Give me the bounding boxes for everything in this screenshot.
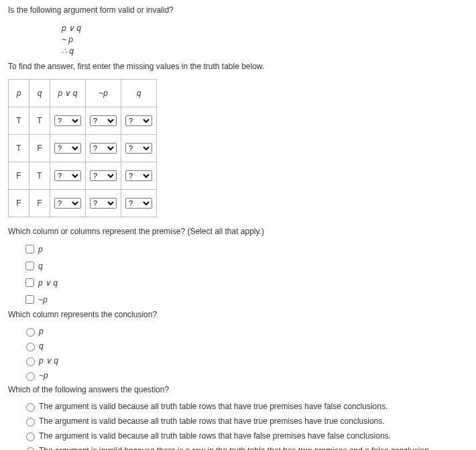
- final-label-c: The argument is valid because all truth …: [39, 431, 391, 441]
- select-pvq-2[interactable]: ?: [54, 170, 81, 181]
- question-intro: Is the following argument form valid or …: [8, 5, 468, 15]
- argument-form: p ∨ q ~ p ∴ q: [62, 23, 468, 56]
- cell-p: F: [9, 162, 29, 190]
- conclusion-label-q: q: [39, 341, 44, 351]
- cell-p: T: [9, 135, 29, 162]
- premise-label-p: p: [38, 245, 43, 254]
- premise-checkbox-np[interactable]: [25, 295, 34, 304]
- select-pvq-0[interactable]: ?: [54, 115, 81, 126]
- final-radio-b[interactable]: [26, 418, 35, 427]
- table-row: F F ? ? ?: [9, 190, 157, 217]
- cell-q: T: [29, 162, 50, 190]
- conclusion-radio-q[interactable]: [26, 343, 35, 351]
- select-qc-1[interactable]: ?: [125, 143, 152, 154]
- table-row: T F ? ? ?: [9, 135, 157, 162]
- conclusion-radio-np[interactable]: [26, 372, 35, 381]
- premise-options: p q p ∨ q ~p: [23, 243, 468, 306]
- header-pvq: p ∨ q: [50, 80, 86, 107]
- header-p: p: [9, 80, 29, 107]
- argument-line-3: ∴ q: [62, 46, 468, 57]
- select-pvq-3[interactable]: ?: [54, 198, 81, 209]
- truth-table: p q p ∨ q ~p q T T ? ? ? T F ? ? ? F T ?…: [8, 79, 157, 217]
- final-label-b: The argument is valid because all truth …: [39, 416, 385, 426]
- conclusion-label-p: p: [39, 327, 44, 336]
- table-row: T T ? ? ?: [9, 107, 157, 135]
- premise-label-pvq: p ∨ q: [38, 278, 58, 288]
- final-radio-c[interactable]: [26, 433, 35, 441]
- cell-p: T: [9, 107, 29, 135]
- select-np-0[interactable]: ?: [90, 115, 117, 126]
- premise-label-q: q: [38, 262, 43, 271]
- instruction-text: To find the answer, first enter the miss…: [8, 62, 468, 71]
- conclusion-question: Which column represents the conclusion?: [8, 310, 468, 319]
- conclusion-options: p q p ∨ q ~p: [23, 326, 468, 381]
- select-qc-0[interactable]: ?: [125, 115, 152, 126]
- cell-q: F: [29, 190, 50, 217]
- select-pvq-1[interactable]: ?: [54, 143, 81, 154]
- final-label-a: The argument is valid because all truth …: [39, 402, 388, 411]
- argument-line-1: p ∨ q: [62, 23, 468, 34]
- conclusion-label-np: ~p: [39, 371, 48, 380]
- final-radio-a[interactable]: [26, 403, 35, 412]
- select-np-2[interactable]: ?: [90, 170, 117, 181]
- select-qc-3[interactable]: ?: [125, 198, 152, 209]
- final-question: Which of the following answers the quest…: [8, 385, 468, 394]
- premise-label-np: ~p: [38, 295, 48, 304]
- select-np-3[interactable]: ?: [90, 198, 117, 209]
- table-row: F T ? ? ?: [9, 162, 157, 190]
- select-np-1[interactable]: ?: [90, 143, 117, 154]
- argument-line-2: ~ p: [62, 34, 468, 46]
- premise-checkbox-q[interactable]: [25, 262, 34, 270]
- final-options: The argument is valid because all truth …: [23, 401, 468, 450]
- select-qc-2[interactable]: ?: [125, 170, 152, 181]
- premise-checkbox-pvq[interactable]: [25, 278, 34, 287]
- final-radio-d[interactable]: [26, 447, 35, 450]
- cell-q: T: [29, 107, 50, 135]
- conclusion-radio-pvq[interactable]: [26, 357, 35, 366]
- cell-q: F: [29, 135, 50, 162]
- final-label-d: The argument is invalid because there is…: [39, 446, 431, 450]
- conclusion-label-pvq: p ∨ q: [39, 356, 58, 365]
- header-qc: q: [121, 80, 157, 107]
- cell-p: F: [9, 190, 29, 217]
- conclusion-radio-p[interactable]: [26, 328, 35, 337]
- premise-checkbox-p[interactable]: [25, 245, 34, 254]
- premise-question: Which column or columns represent the pr…: [8, 227, 468, 236]
- header-np: ~p: [86, 80, 121, 107]
- header-q: q: [29, 80, 50, 107]
